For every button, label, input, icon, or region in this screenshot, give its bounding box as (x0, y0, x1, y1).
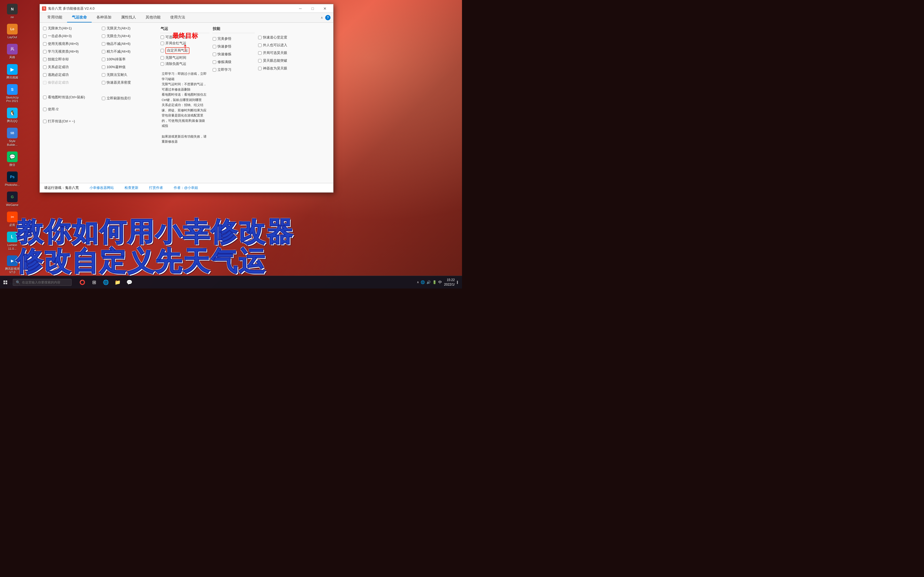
checkbox-escape-success[interactable]: 逃跑必定成功 (42, 72, 98, 78)
checkbox-extra1-input[interactable] (43, 108, 47, 111)
checkbox-fast-affinity[interactable]: 快速器灵亲密度 (101, 80, 157, 86)
checkbox-unlimited-nianli[interactable]: 无限念力(Alt+4) (101, 33, 157, 39)
checkbox-one-hit-kill[interactable]: 一击必杀(Alt+3) (42, 33, 98, 39)
checkbox-map-teleport[interactable]: 看地图时传送(Ctrl+鼠标) (42, 94, 98, 100)
checkbox-fast-enlighten[interactable]: 快速参悟 (212, 44, 255, 50)
taskbar-wechat[interactable]: 💬 (124, 277, 135, 288)
desktop-icon-nn[interactable]: N nn (3, 3, 22, 20)
checkbox-ignore-realm[interactable]: 使用无视境界(Alt+0) (42, 41, 98, 47)
maximize-button[interactable]: □ (306, 4, 319, 13)
desktop-icon-wechat[interactable]: 💬 微信 (3, 150, 22, 168)
desktop-icon-bijian[interactable]: ✂ 必剪 (3, 211, 22, 228)
checkbox-one-hit-kill-input[interactable] (43, 34, 47, 38)
desktop-icon-sketchup[interactable]: S SketchUp Pro 2021 (3, 83, 22, 104)
checkbox-qiyun-all-red-input[interactable] (161, 42, 164, 45)
checkbox-extra1[interactable]: 使用 /2 (42, 106, 98, 113)
checkbox-escape-success-input[interactable] (43, 73, 47, 77)
checkbox-qiyun-clear-negative[interactable]: 清除负面气运 (160, 61, 210, 67)
checkbox-refresh-auction-input[interactable] (102, 97, 105, 100)
bottom-check-update-link[interactable]: 检查更新 (124, 185, 139, 190)
checkbox-perfect-enlighten-input[interactable] (213, 37, 216, 40)
tab-various[interactable]: 各种添加 (92, 13, 116, 23)
show-desktop-btn[interactable]: ▌ (457, 281, 459, 284)
checkbox-unlimited-stamina[interactable]: 无限体力(Alt+1) (42, 25, 98, 32)
checkbox-map-tp-input[interactable] (43, 96, 47, 99)
bottom-website-link[interactable]: 小幸修改器网站 (90, 185, 114, 190)
checkbox-qiyun-custom-input[interactable] (161, 49, 164, 52)
checkbox-weapon-to-haotian-input[interactable] (258, 67, 261, 70)
bottom-donate-link[interactable]: 打赏作者 (149, 185, 163, 190)
taskbar-edge[interactable]: 🌐 (100, 277, 111, 288)
checkbox-unlimited-treasure-input[interactable] (102, 73, 105, 77)
checkbox-ignore-aptitude-input[interactable] (43, 50, 47, 53)
checkbox-energy-no-decrease[interactable]: 精力不减(Alt+8) (101, 48, 157, 55)
checkbox-steal-success[interactable]: 偷窃必定成功 (42, 80, 98, 86)
checkbox-max-cultivate[interactable]: 修炼满级 (212, 59, 255, 65)
taskbar-task-view[interactable]: ⊞ (89, 277, 99, 288)
checkbox-unlimited-treasure[interactable]: 无限法宝耐久 (101, 72, 157, 78)
checkbox-qiyun-0-9-input[interactable] (161, 35, 164, 39)
desktop-icon-tencent-lib[interactable]: ▶ 腾讯影视库 V7.0 (3, 254, 22, 275)
checkbox-fast-affinity-input[interactable] (102, 81, 105, 84)
nav-scroll-up[interactable]: ∧ (319, 15, 324, 20)
desktop-icon-layout[interactable]: Lo LayOut (3, 23, 22, 40)
checkbox-qiyun-all-red[interactable]: 开局全红气运 (160, 40, 210, 47)
desktop-icon-ps[interactable]: Ps Photosho... (3, 171, 22, 188)
checkbox-instant-learn[interactable]: 立即学习 (212, 67, 255, 73)
checkbox-haotian-eye-break-input[interactable] (258, 59, 261, 63)
checkbox-qiyun-unlimited-time[interactable]: 无限气运时间 (160, 55, 210, 61)
checkbox-skill-cooldown[interactable]: 技能立即冷却 (42, 56, 98, 63)
checkbox-ignore-realm-input[interactable] (43, 42, 47, 46)
checkbox-qiyun-unlimited-time-input[interactable] (161, 56, 164, 60)
checkbox-relation-success-input[interactable] (43, 66, 47, 69)
checkbox-open-store[interactable]: 打开传送(Ctrl + ~) (42, 118, 98, 124)
desktop-icon-wegame[interactable]: G WeGame (3, 190, 22, 208)
checkbox-100-seed[interactable]: 100%凝种值 (101, 64, 157, 70)
checkbox-qiyun-custom[interactable]: 自定开局气运 (160, 47, 210, 55)
checkbox-item-no-decrease-input[interactable] (102, 42, 105, 46)
checkbox-outsider-enter[interactable]: 外人也可以进入 (258, 42, 303, 48)
checkbox-instant-learn-input[interactable] (213, 68, 216, 72)
checkbox-unlimited-nianli-input[interactable] (102, 34, 105, 38)
checkbox-unlimited-mana-input[interactable] (102, 27, 105, 30)
checkbox-ignore-aptitude[interactable]: 学习无视资质(Alt+9) (42, 48, 98, 55)
checkbox-fast-dao-heart-input[interactable] (258, 36, 261, 39)
tab-attribute[interactable]: 属性找人 (116, 13, 141, 23)
system-clock[interactable]: 15:22 2022/1/ (444, 278, 455, 287)
taskbar-search-btn[interactable]: ⭕ (77, 277, 88, 288)
desktop-icon-tencent-video[interactable]: ▶ 腾讯视频 (3, 63, 22, 81)
close-button[interactable]: ✕ (319, 4, 331, 13)
checkbox-100-seed-input[interactable] (102, 66, 105, 69)
tray-expand[interactable]: ∧ (417, 280, 419, 284)
minimize-button[interactable]: ─ (294, 4, 306, 13)
taskbar-search-input[interactable] (22, 280, 69, 284)
checkbox-unlimited-mana[interactable]: 无限灵力(Alt+2) (101, 25, 157, 32)
checkbox-item-no-decrease[interactable]: 物品不减(Alt+6) (101, 41, 157, 47)
checkbox-weapon-to-haotian[interactable]: 神器改为昊天眼 (258, 66, 303, 72)
checkbox-max-cultivate-input[interactable] (213, 60, 216, 64)
checkbox-fast-cultivate-input[interactable] (213, 53, 216, 56)
checkbox-open-store-input[interactable] (43, 120, 47, 123)
checkbox-haotian-eye-start[interactable]: 开局可选昊天眼 (258, 50, 303, 56)
checkbox-fast-cultivate[interactable]: 快速修炼 (212, 51, 255, 57)
checkbox-unlimited-stamina-input[interactable] (43, 27, 47, 30)
checkbox-perfect-enlighten[interactable]: 完美参悟 (212, 36, 255, 42)
desktop-icon-lumion[interactable]: L Lumion 11.0... (3, 230, 22, 251)
desktop-icon-stylebuilder[interactable]: SB Style Builde... (3, 127, 22, 147)
checkbox-skill-cooldown-input[interactable] (43, 58, 47, 61)
taskbar-folder[interactable]: 📁 (112, 277, 123, 288)
tab-qiyun[interactable]: 气运改命 (67, 13, 92, 23)
checkbox-100-drop[interactable]: 100%掉落率 (101, 56, 157, 63)
desktop-icon-qq[interactable]: 🐧 腾讯QQ (3, 106, 22, 124)
tab-other[interactable]: 其他功能 (141, 13, 165, 23)
checkbox-relation-success[interactable]: 关系必定成功 (42, 64, 98, 70)
checkbox-fast-dao-heart[interactable]: 快速道心坚定度 (258, 34, 303, 40)
checkbox-energy-no-decrease-input[interactable] (102, 50, 105, 53)
help-button[interactable]: ? (325, 15, 331, 20)
taskbar-search-box[interactable]: 🔍 (13, 279, 72, 286)
checkbox-haotian-eye-break[interactable]: 昊天眼总能突破 (258, 58, 303, 64)
checkbox-qiyun-0-9[interactable]: 可选0-9个气运 (160, 34, 210, 40)
checkbox-outsider-enter-input[interactable] (258, 44, 261, 47)
desktop-icon-fengge[interactable]: 风 风格 (3, 43, 22, 60)
checkbox-haotian-eye-start-input[interactable] (258, 51, 261, 55)
